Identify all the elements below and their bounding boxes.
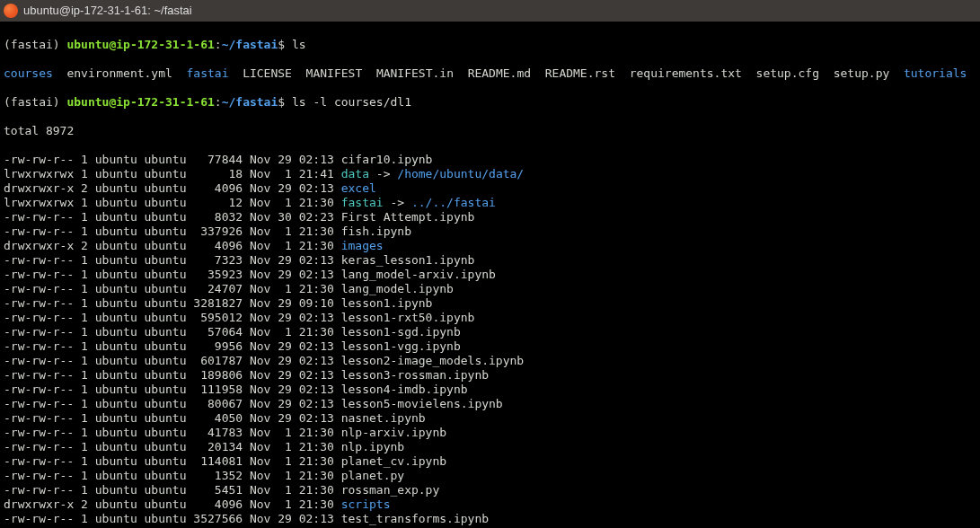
file-lesson3-rossman-ipynb: lesson3-rossman.ipynb (341, 368, 489, 382)
file-lang-model-ipynb: lang_model.ipynb (341, 282, 454, 295)
file-fastai: fastai (341, 196, 384, 209)
list-row: lrwxrwxrwx 1 ubuntu ubuntu 12 Nov 1 21:3… (4, 196, 976, 210)
file-nlp-ipynb: nlp.ipynb (341, 440, 404, 453)
list-row: lrwxrwxrwx 1 ubuntu ubuntu 18 Nov 1 21:4… (4, 167, 976, 181)
symlink-target: /home/ubuntu/data/ (397, 167, 524, 180)
file-test-transforms-ipynb: test_transforms.ipynb (341, 512, 489, 525)
ubuntu-icon (4, 4, 18, 18)
list-row: -rw-rw-r-- 1 ubuntu ubuntu 1352 Nov 1 21… (4, 469, 976, 483)
file-planet-py: planet.py (341, 469, 404, 482)
file-excel: excel (341, 181, 376, 195)
list-row: -rw-rw-r-- 1 ubuntu ubuntu 41783 Nov 1 2… (4, 426, 976, 440)
terminal-area[interactable]: (fastai) ubuntu@ip-172-31-1-61:~/fastai$… (0, 22, 980, 528)
list-row: drwxrwxr-x 2 ubuntu ubuntu 4096 Nov 1 21… (4, 239, 976, 253)
list-row: -rw-rw-r-- 1 ubuntu ubuntu 5451 Nov 1 21… (4, 483, 976, 497)
prompt-line-2: (fastai) ubuntu@ip-172-31-1-61:~/fastai$… (4, 95, 976, 110)
list-row: -rw-rw-r-- 1 ubuntu ubuntu 35923 Nov 29 … (4, 268, 976, 282)
file-scripts: scripts (341, 497, 391, 511)
file-data: data (341, 167, 369, 180)
window-title: ubuntu@ip-172-31-1-61: ~/fastai (23, 4, 192, 18)
list-row: -rw-rw-r-- 1 ubuntu ubuntu 8032 Nov 30 0… (4, 210, 976, 224)
file-keras-lesson1-ipynb: keras_lesson1.ipynb (341, 253, 475, 267)
list-row: -rw-rw-r-- 1 ubuntu ubuntu 57064 Nov 1 2… (4, 325, 976, 339)
total-line: total 8972 (4, 124, 976, 138)
list-row: -rw-rw-r-- 1 ubuntu ubuntu 337926 Nov 1 … (4, 224, 976, 239)
symlink-target: ../../fastai (411, 196, 496, 209)
file-cifar10-ipynb: cifar10.ipynb (341, 153, 433, 166)
file-lesson5-movielens-ipynb: lesson5-movielens.ipynb (341, 397, 503, 410)
file-lesson1-vgg-ipynb: lesson1-vgg.ipynb (341, 339, 461, 353)
file-lang-model-arxiv-ipynb: lang_model-arxiv.ipynb (341, 268, 496, 281)
file-lesson4-imdb-ipynb: lesson4-imdb.ipynb (341, 383, 468, 396)
file-nlp-arxiv-ipynb: nlp-arxiv.ipynb (341, 426, 446, 439)
file-images: images (341, 239, 384, 252)
list-row: -rw-rw-r-- 1 ubuntu ubuntu 3281827 Nov 2… (4, 296, 976, 311)
file-lesson1-sgd-ipynb: lesson1-sgd.ipynb (341, 325, 461, 339)
list-row: -rw-rw-r-- 1 ubuntu ubuntu 20134 Nov 1 2… (4, 440, 976, 454)
file-listing: -rw-rw-r-- 1 ubuntu ubuntu 77844 Nov 29 … (4, 153, 976, 526)
list-row: -rw-rw-r-- 1 ubuntu ubuntu 80067 Nov 29 … (4, 397, 976, 411)
file-lesson1-ipynb: lesson1.ipynb (341, 296, 433, 310)
command-ls-l: ls -l courses/dl1 (292, 95, 411, 109)
list-row: -rw-rw-r-- 1 ubuntu ubuntu 4050 Nov 29 0… (4, 411, 976, 426)
list-row: -rw-rw-r-- 1 ubuntu ubuntu 77844 Nov 29 … (4, 153, 976, 167)
list-row: -rw-rw-r-- 1 ubuntu ubuntu 7323 Nov 29 0… (4, 253, 976, 268)
list-row: -rw-rw-r-- 1 ubuntu ubuntu 3527566 Nov 2… (4, 512, 976, 526)
file-lesson2-image-models-ipynb: lesson2-image_models.ipynb (341, 354, 525, 367)
file-rossman-exp-py: rossman_exp.py (341, 483, 440, 497)
file-planet-cv-ipynb: planet_cv.ipynb (341, 454, 446, 468)
file-lesson1-rxt50-ipynb: lesson1-rxt50.ipynb (341, 311, 475, 324)
list-row: drwxrwxr-x 2 ubuntu ubuntu 4096 Nov 1 21… (4, 497, 976, 512)
list-row: -rw-rw-r-- 1 ubuntu ubuntu 24707 Nov 1 2… (4, 282, 976, 296)
list-row: -rw-rw-r-- 1 ubuntu ubuntu 114081 Nov 1 … (4, 454, 976, 469)
file-first-attempt-ipynb: First Attempt.ipynb (341, 210, 475, 224)
list-row: -rw-rw-r-- 1 ubuntu ubuntu 595012 Nov 29… (4, 311, 976, 325)
list-row: -rw-rw-r-- 1 ubuntu ubuntu 601787 Nov 29… (4, 354, 976, 368)
list-row: -rw-rw-r-- 1 ubuntu ubuntu 189806 Nov 29… (4, 368, 976, 383)
list-row: drwxrwxr-x 2 ubuntu ubuntu 4096 Nov 29 0… (4, 181, 976, 196)
list-row: -rw-rw-r-- 1 ubuntu ubuntu 9956 Nov 29 0… (4, 339, 976, 354)
file-fish-ipynb: fish.ipynb (341, 224, 411, 238)
ls-output-line: courses environment.yml fastai LICENSE M… (4, 66, 976, 81)
file-nasnet-ipynb: nasnet.ipynb (341, 411, 426, 425)
window-titlebar: ubuntu@ip-172-31-1-61: ~/fastai (0, 0, 980, 22)
prompt-line-1: (fastai) ubuntu@ip-172-31-1-61:~/fastai$… (4, 38, 976, 52)
command-ls: ls (292, 38, 306, 51)
list-row: -rw-rw-r-- 1 ubuntu ubuntu 111958 Nov 29… (4, 383, 976, 397)
